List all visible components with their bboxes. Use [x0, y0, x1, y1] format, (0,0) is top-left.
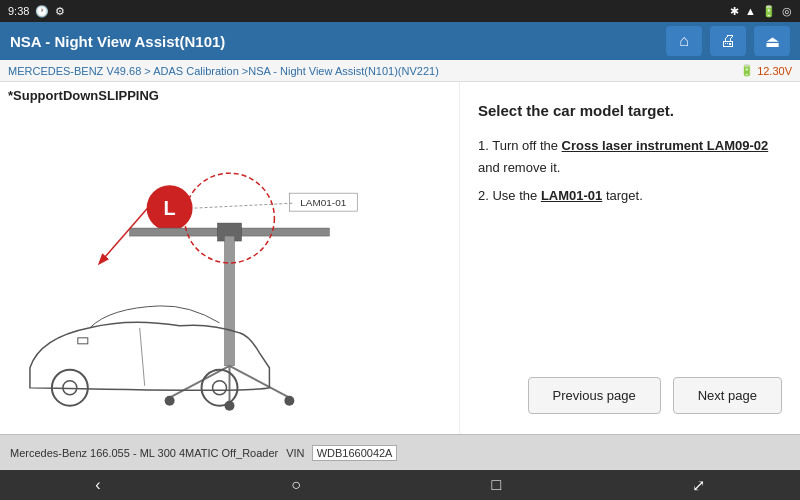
home-button[interactable]: ⌂ [666, 26, 702, 56]
time-display: 9:38 [8, 5, 29, 17]
status-left: 9:38 🕐 ⚙ [8, 5, 65, 18]
car-model-label: Mercedes-Benz 166.055 - ML 300 4MATIC Of… [10, 447, 278, 459]
battery-icon: 🔋 [762, 5, 776, 18]
back-button[interactable]: ‹ [75, 472, 120, 498]
home-circle-button[interactable]: ○ [271, 472, 321, 498]
signal-icon: ▲ [745, 5, 756, 17]
print-button[interactable]: 🖨 [710, 26, 746, 56]
vin-label: VIN WDB1660042A [286, 445, 397, 461]
step1-pre: 1. Turn off the [478, 138, 562, 153]
status-bar: 9:38 🕐 ⚙ ✱ ▲ 🔋 ◎ [0, 0, 800, 22]
vin-value: WDB1660042A [312, 445, 398, 461]
clock-icon: 🕐 [35, 5, 49, 18]
svg-line-20 [140, 328, 145, 386]
bluetooth-icon: ✱ [730, 5, 739, 18]
status-right: ✱ ▲ 🔋 ◎ [730, 5, 792, 18]
info-bar: Mercedes-Benz 166.055 - ML 300 4MATIC Of… [0, 434, 800, 470]
vin-text: VIN [286, 447, 304, 459]
svg-line-11 [230, 366, 290, 398]
expand-button[interactable]: ⤢ [672, 472, 725, 499]
car-model-text: Mercedes-Benz 166.055 - ML 300 4MATIC Of… [10, 447, 278, 459]
voltage-display: 🔋 12.30V [740, 64, 792, 77]
step2: 2. Use the LAM01-01 target. [478, 185, 782, 207]
svg-point-19 [213, 381, 227, 395]
svg-point-14 [284, 396, 294, 406]
title-buttons: ⌂ 🖨 ⏏ [666, 26, 790, 56]
page-title: NSA - Night View Assist(N101) [10, 33, 225, 50]
svg-point-18 [202, 370, 238, 406]
breadcrumb: MERCEDES-BENZ V49.68 > ADAS Calibration … [8, 65, 439, 77]
nav-bar: ‹ ○ □ ⤢ [0, 470, 800, 500]
circle-icon: ◎ [782, 5, 792, 18]
step1: 1. Turn off the Cross laser instrument L… [478, 135, 782, 179]
diagram-panel: *SupportDownSLIPPING L LAM01-01 [0, 82, 460, 434]
previous-page-button[interactable]: Previous page [528, 377, 661, 414]
diagram-svg: L LAM01-01 [0, 82, 459, 434]
battery-status-icon: 🔋 [740, 64, 754, 77]
step2-pre: 2. Use the [478, 188, 541, 203]
title-bar: NSA - Night View Assist(N101) ⌂ 🖨 ⏏ [0, 22, 800, 60]
svg-text:LAM01-01: LAM01-01 [300, 197, 346, 208]
buttons-row: Previous page Next page [478, 361, 782, 414]
instruction-panel: Select the car model target. 1. Turn off… [460, 82, 800, 434]
next-page-button[interactable]: Next page [673, 377, 782, 414]
instruction-body: 1. Turn off the Cross laser instrument L… [478, 135, 782, 207]
svg-point-12 [165, 396, 175, 406]
svg-line-7 [195, 203, 295, 208]
instruction-title: Select the car model target. [478, 102, 782, 119]
svg-rect-8 [225, 236, 235, 366]
voltage-value: 12.30V [757, 65, 792, 77]
support-label: *SupportDownSLIPPING [8, 88, 159, 103]
step2-post: target. [602, 188, 642, 203]
svg-point-17 [63, 381, 77, 395]
step1-bold: Cross laser instrument LAM09-02 [562, 138, 769, 153]
svg-rect-21 [78, 338, 88, 344]
exit-button[interactable]: ⏏ [754, 26, 790, 56]
breadcrumb-bar: MERCEDES-BENZ V49.68 > ADAS Calibration … [0, 60, 800, 82]
step1-post: and remove it. [478, 160, 560, 175]
main-content: *SupportDownSLIPPING L LAM01-01 [0, 82, 800, 434]
step2-bold: LAM01-01 [541, 188, 602, 203]
settings-icon: ⚙ [55, 5, 65, 18]
square-button[interactable]: □ [471, 472, 521, 498]
svg-text:L: L [164, 197, 176, 219]
